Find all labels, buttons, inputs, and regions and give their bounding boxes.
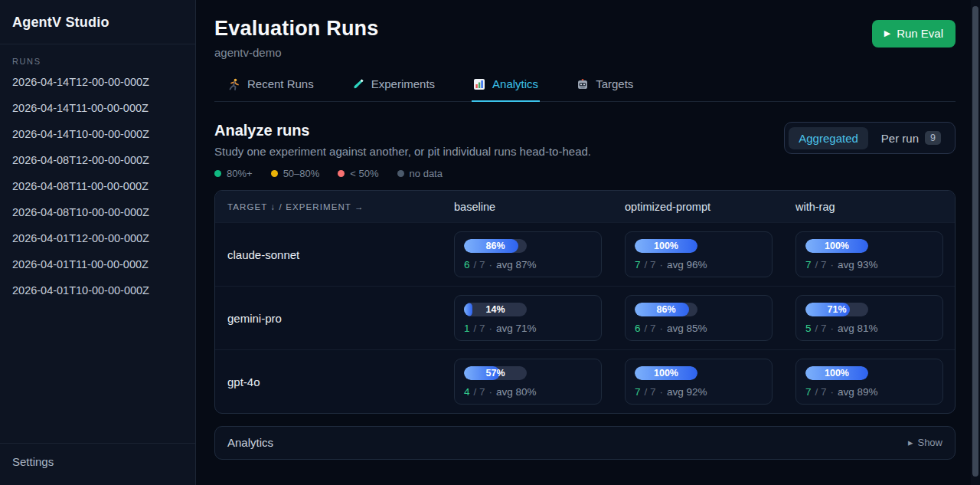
cell-stats: 7 / 7 · avg 92% bbox=[635, 386, 763, 398]
legend-dot-green bbox=[214, 170, 221, 177]
avg-score: avg 96% bbox=[667, 259, 707, 270]
sidebar-spacer bbox=[0, 303, 195, 443]
cell-stats: 1 / 7 · avg 71% bbox=[464, 323, 592, 334]
pass-rate-label: 100% bbox=[805, 239, 868, 253]
legend-item: 80%+ bbox=[214, 168, 253, 179]
total-count: / 7 bbox=[815, 386, 827, 398]
tab-experiments[interactable]: Experiments bbox=[351, 77, 436, 102]
legend-item: 50–80% bbox=[271, 168, 320, 179]
show-analytics-button[interactable]: ▸ Show bbox=[908, 437, 942, 448]
pass-rate-pill: 71% bbox=[805, 303, 868, 316]
cell-stats: 6 / 7 · avg 85% bbox=[635, 323, 763, 334]
run-eval-label: Run Eval bbox=[897, 27, 943, 40]
pass-rate-pill: 100% bbox=[635, 239, 697, 253]
matrix-cell[interactable]: 100% 7 / 7 · avg 92% bbox=[625, 359, 773, 405]
run-eval-button[interactable]: ▶ Run Eval bbox=[872, 20, 956, 48]
cell-stats: 6 / 7 · avg 87% bbox=[464, 259, 592, 270]
matrix-cell[interactable]: 71% 5 / 7 · avg 81% bbox=[795, 295, 943, 341]
pass-rate-label: 14% bbox=[464, 303, 527, 316]
separator: · bbox=[489, 259, 493, 270]
matrix-header-row: TARGET ↓ / EXPERIMENT → baseline optimiz… bbox=[215, 191, 955, 222]
experiment-column-header: optimized-prompt bbox=[625, 201, 795, 213]
separator: · bbox=[660, 323, 664, 334]
tab-targets[interactable]: Targets bbox=[575, 77, 635, 102]
robot-icon bbox=[577, 78, 589, 90]
passed-count: 4 bbox=[464, 386, 470, 398]
pass-rate-pill: 100% bbox=[635, 366, 697, 380]
experiment-column-header: with-rag bbox=[795, 201, 942, 213]
tab-label: Targets bbox=[596, 77, 633, 90]
legend-dot-yellow bbox=[271, 170, 278, 177]
matrix-cell[interactable]: 100% 7 / 7 · avg 93% bbox=[795, 231, 943, 277]
run-list-item[interactable]: 2026-04-08T11-00-00-000Z bbox=[0, 173, 195, 199]
total-count: / 7 bbox=[474, 386, 485, 398]
toggle-aggregated[interactable]: Aggregated bbox=[789, 127, 868, 149]
avg-score: avg 71% bbox=[496, 323, 537, 334]
run-list-item[interactable]: 2026-04-01T11-00-00-000Z bbox=[0, 251, 195, 277]
matrix-target-row: claude-sonnet 86% 6 / 7 · avg 87% 100% bbox=[215, 222, 955, 286]
view-mode-toggle: Aggregated Per run 9 bbox=[784, 122, 956, 154]
app-title: AgentV Studio bbox=[0, 0, 195, 44]
legend-dot-red bbox=[338, 170, 345, 177]
separator: · bbox=[660, 259, 664, 270]
tab-label: Recent Runs bbox=[247, 77, 314, 90]
run-list-item[interactable]: 2026-04-08T12-00-00-000Z bbox=[0, 147, 195, 173]
bar-chart-icon bbox=[473, 78, 485, 90]
matrix-cell[interactable]: 86% 6 / 7 · avg 85% bbox=[625, 295, 773, 341]
run-list: 2026-04-14T12-00-00-000Z 2026-04-14T11-0… bbox=[0, 69, 195, 303]
matrix-cell[interactable]: 100% 7 / 7 · avg 89% bbox=[795, 359, 943, 405]
legend-label: 50–80% bbox=[283, 168, 320, 179]
pass-rate-pill: 57% bbox=[464, 366, 527, 380]
legend-label: no data bbox=[410, 168, 443, 179]
total-count: / 7 bbox=[645, 386, 656, 398]
pass-rate-label: 100% bbox=[635, 366, 697, 380]
matrix-cell[interactable]: 14% 1 / 7 · avg 71% bbox=[454, 295, 602, 341]
passed-count: 6 bbox=[635, 323, 641, 334]
separator: · bbox=[831, 259, 835, 270]
target-label: gemini-pro bbox=[227, 312, 454, 325]
scrollbar-track[interactable] bbox=[971, 0, 980, 485]
tab-recent-runs[interactable]: Recent Runs bbox=[227, 77, 315, 102]
total-count: / 7 bbox=[815, 323, 827, 334]
run-list-item[interactable]: 2026-04-01T10-00-00-000Z bbox=[0, 277, 195, 303]
analyze-header: Analyze runs Study one experiment agains… bbox=[214, 122, 956, 158]
passed-count: 5 bbox=[805, 323, 812, 334]
analytics-panel: Analytics ▸ Show bbox=[214, 426, 956, 460]
run-list-item[interactable]: 2026-04-14T12-00-00-000Z bbox=[0, 69, 195, 95]
run-list-item[interactable]: 2026-04-08T10-00-00-000Z bbox=[0, 199, 195, 225]
sidebar: AgentV Studio RUNS 2026-04-14T12-00-00-0… bbox=[0, 0, 196, 485]
test-tube-icon bbox=[352, 78, 364, 90]
matrix-cell[interactable]: 57% 4 / 7 · avg 80% bbox=[454, 359, 602, 405]
scrollbar-thumb[interactable] bbox=[972, 6, 978, 477]
avg-score: avg 80% bbox=[496, 386, 537, 398]
cell-stats: 5 / 7 · avg 81% bbox=[805, 323, 933, 334]
matrix-cell[interactable]: 100% 7 / 7 · avg 96% bbox=[625, 231, 773, 277]
avg-score: avg 85% bbox=[667, 323, 707, 334]
play-icon: ▶ bbox=[884, 29, 890, 38]
main-content: Evaluation Runs agentv-demo ▶ Run Eval R… bbox=[196, 0, 980, 485]
passed-count: 7 bbox=[635, 386, 641, 398]
target-label: gpt-4o bbox=[227, 375, 454, 388]
per-run-label: Per run bbox=[881, 132, 919, 145]
run-list-item[interactable]: 2026-04-14T10-00-00-000Z bbox=[0, 121, 195, 147]
matrix-cell[interactable]: 86% 6 / 7 · avg 87% bbox=[454, 231, 602, 277]
tab-bar: Recent Runs Experiments Analytics bbox=[214, 77, 956, 102]
results-matrix: TARGET ↓ / EXPERIMENT → baseline optimiz… bbox=[214, 190, 956, 414]
pass-rate-pill: 86% bbox=[635, 303, 697, 316]
experiment-column-header: baseline bbox=[454, 201, 625, 213]
run-list-item[interactable]: 2026-04-01T12-00-00-000Z bbox=[0, 225, 195, 251]
matrix-target-row: gpt-4o 57% 4 / 7 · avg 80% 100% bbox=[215, 349, 955, 413]
pass-rate-label: 57% bbox=[464, 366, 527, 380]
cell-stats: 7 / 7 · avg 89% bbox=[805, 386, 933, 398]
cell-stats: 7 / 7 · avg 93% bbox=[805, 259, 933, 270]
total-count: / 7 bbox=[645, 323, 656, 334]
avg-score: avg 92% bbox=[667, 386, 707, 398]
toggle-per-run[interactable]: Per run 9 bbox=[871, 126, 951, 149]
tab-analytics[interactable]: Analytics bbox=[472, 77, 540, 102]
settings-link[interactable]: Settings bbox=[0, 443, 195, 485]
passed-count: 7 bbox=[805, 259, 812, 270]
run-list-item[interactable]: 2026-04-14T11-00-00-000Z bbox=[0, 95, 195, 121]
total-count: / 7 bbox=[474, 259, 485, 270]
matrix-corner-label: TARGET ↓ / EXPERIMENT → bbox=[227, 202, 454, 211]
separator: · bbox=[660, 386, 664, 398]
